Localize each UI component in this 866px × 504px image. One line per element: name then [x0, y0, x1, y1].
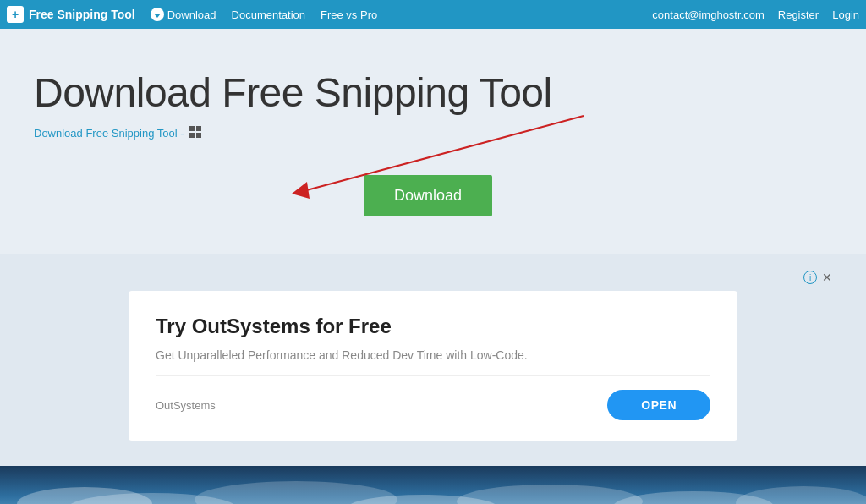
ad-open-button[interactable]: OPEN: [607, 390, 710, 420]
ad-close-row: i ✕: [34, 271, 832, 284]
svg-rect-3: [196, 133, 201, 138]
navbar-free-vs-pro-label: Free vs Pro: [321, 8, 377, 21]
download-button[interactable]: Download: [364, 175, 492, 216]
download-circle-icon: [151, 8, 164, 21]
contact-email: contact@imghostr.com: [652, 8, 764, 21]
ad-divider: [156, 375, 710, 376]
ad-info-icon[interactable]: i: [803, 271, 817, 284]
ad-footer: OutSystems OPEN: [156, 390, 710, 420]
navbar-free-vs-pro-link[interactable]: Free vs Pro: [321, 8, 377, 21]
login-link[interactable]: Login: [832, 8, 859, 21]
brand-label: Free Snipping Tool: [29, 8, 135, 21]
svg-rect-2: [189, 133, 195, 138]
ad-open-label: OPEN: [641, 398, 677, 412]
download-btn-wrapper: Download: [364, 175, 492, 216]
svg-rect-0: [189, 126, 195, 131]
bottom-strip: [0, 466, 866, 504]
svg-rect-1: [196, 126, 201, 131]
navbar-download-link[interactable]: Download: [151, 8, 216, 21]
cloud-svg: [0, 466, 866, 504]
navbar-left: + Free Snipping Tool Download Documentat…: [7, 6, 377, 23]
ad-close-icon[interactable]: ✕: [822, 271, 832, 284]
subtitle-text: Download Free Snipping Tool -: [34, 127, 184, 140]
navbar-brand[interactable]: + Free Snipping Tool: [7, 6, 135, 23]
navbar-documentation-label: Documentation: [232, 8, 305, 21]
navbar: + Free Snipping Tool Download Documentat…: [0, 0, 866, 29]
page-title: Download Free Snipping Tool: [34, 69, 832, 116]
ad-title: Try OutSystems for Free: [156, 315, 710, 338]
login-label: Login: [832, 8, 859, 21]
windows-icon: [189, 126, 201, 140]
content-divider: [34, 151, 832, 151]
subtitle-link[interactable]: Download Free Snipping Tool -: [34, 126, 832, 140]
brand-icon: +: [7, 6, 24, 23]
navbar-download-label: Download: [167, 8, 216, 21]
register-link[interactable]: Register: [778, 8, 819, 21]
navbar-documentation-link[interactable]: Documentation: [232, 8, 305, 21]
download-button-label: Download: [394, 187, 462, 204]
navbar-right: contact@imghostr.com Register Login: [652, 8, 859, 21]
ad-card: Try OutSystems for Free Get Unparalleled…: [129, 291, 737, 441]
svg-marker-5: [292, 182, 310, 199]
main-content: Download Free Snipping Tool Download Fre…: [0, 29, 866, 237]
register-label: Register: [778, 8, 819, 21]
ad-subtitle: Get Unparalleled Performance and Reduced…: [156, 348, 710, 362]
ad-wrapper: i ✕ Try OutSystems for Free Get Unparall…: [0, 254, 866, 466]
ad-company: OutSystems: [156, 399, 216, 412]
download-section: Download: [34, 175, 832, 216]
